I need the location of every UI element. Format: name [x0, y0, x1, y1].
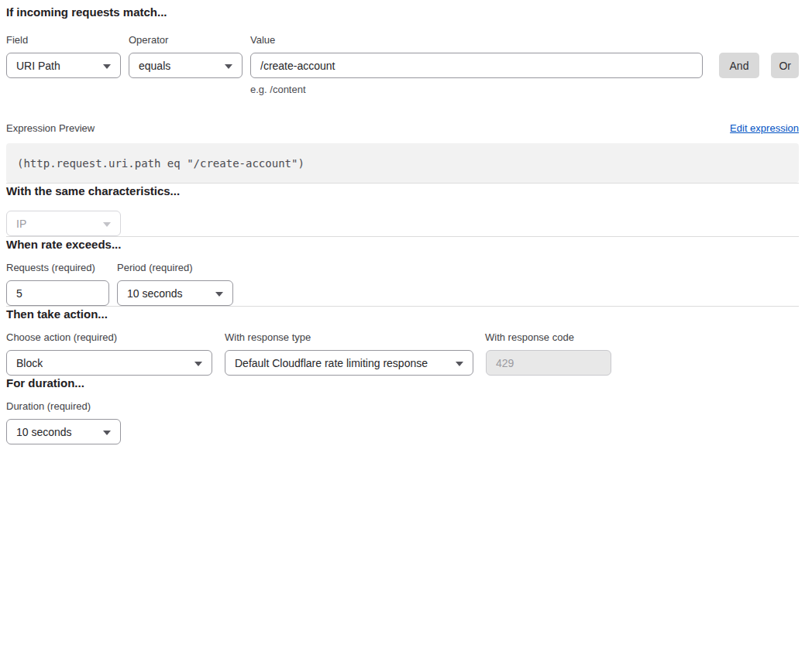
action-heading: Then take action...: [6, 307, 799, 322]
field-label: Field: [6, 34, 129, 46]
operator-select[interactable]: equals: [129, 53, 243, 78]
or-button[interactable]: Or: [771, 53, 799, 78]
match-controls-row: URI Path equals And Or: [6, 53, 799, 78]
operator-label: Operator: [129, 34, 250, 46]
requests-label: Requests (required): [6, 262, 117, 274]
section-action: Then take action... Choose action (requi…: [6, 307, 799, 376]
chevron-down-icon: [456, 362, 463, 366]
response-code-input: [486, 350, 611, 376]
rate-controls-row: 10 seconds: [6, 280, 799, 306]
characteristics-controls-row: IP: [6, 211, 799, 236]
response-type-select[interactable]: Default Cloudflare rate limiting respons…: [225, 350, 473, 376]
edit-expression-link[interactable]: Edit expression: [730, 122, 799, 134]
duration-controls-row: 10 seconds: [6, 419, 799, 444]
chevron-down-icon: [225, 64, 232, 69]
field-select[interactable]: URI Path: [6, 53, 121, 78]
expression-preview-label: Expression Preview: [6, 122, 95, 134]
section-rate: When rate exceeds... Requests (required)…: [6, 237, 799, 306]
choose-action-label: Choose action (required): [6, 331, 225, 344]
value-helper-text: e.g. /content: [250, 84, 799, 96]
match-labels-row: Field Operator Value: [6, 34, 799, 46]
chevron-down-icon: [194, 362, 202, 366]
and-button[interactable]: And: [719, 53, 760, 78]
rate-limiting-rule-form: If incoming requests match... Field Oper…: [0, 0, 812, 444]
choose-action-select-value: Block: [16, 357, 43, 369]
duration-select-value: 10 seconds: [16, 426, 72, 438]
duration-heading: For duration...: [6, 376, 799, 391]
period-label: Period (required): [117, 262, 193, 274]
section-incoming-requests: If incoming requests match... Field Oper…: [6, 5, 799, 183]
field-select-value: URI Path: [16, 60, 60, 72]
characteristic-select: IP: [6, 211, 121, 236]
duration-select[interactable]: 10 seconds: [6, 419, 121, 444]
chevron-down-icon: [103, 431, 111, 435]
value-input[interactable]: [250, 53, 703, 78]
characteristics-heading: With the same characteristics...: [6, 184, 799, 199]
chevron-down-icon: [103, 64, 111, 69]
period-select[interactable]: 10 seconds: [117, 280, 233, 306]
expression-preview-header: Expression Preview Edit expression: [6, 122, 799, 134]
section-characteristics: With the same characteristics... IP: [6, 184, 799, 236]
response-type-select-value: Default Cloudflare rate limiting respons…: [235, 357, 428, 369]
duration-label: Duration (required): [6, 400, 91, 413]
rate-labels-row: Requests (required) Period (required): [6, 262, 799, 274]
value-label: Value: [250, 34, 799, 46]
action-labels-row: Choose action (required) With response t…: [6, 331, 799, 344]
choose-action-select[interactable]: Block: [6, 350, 212, 376]
characteristic-select-value: IP: [16, 218, 26, 230]
incoming-requests-heading: If incoming requests match...: [6, 5, 799, 20]
expression-preview-code: (http.request.uri.path eq "/create-accou…: [17, 157, 304, 170]
period-select-value: 10 seconds: [127, 287, 183, 300]
requests-input[interactable]: [6, 280, 109, 306]
rate-heading: When rate exceeds...: [6, 237, 799, 252]
operator-select-value: equals: [139, 60, 170, 72]
section-duration: For duration... Duration (required) 10 s…: [6, 376, 799, 444]
expression-preview-box: (http.request.uri.path eq "/create-accou…: [6, 143, 799, 183]
response-code-label: With response code: [485, 331, 574, 344]
action-controls-row: Block Default Cloudflare rate limiting r…: [6, 350, 799, 376]
chevron-down-icon: [103, 222, 111, 227]
duration-labels-row: Duration (required): [6, 400, 799, 413]
chevron-down-icon: [215, 292, 223, 297]
response-type-label: With response type: [225, 331, 485, 344]
